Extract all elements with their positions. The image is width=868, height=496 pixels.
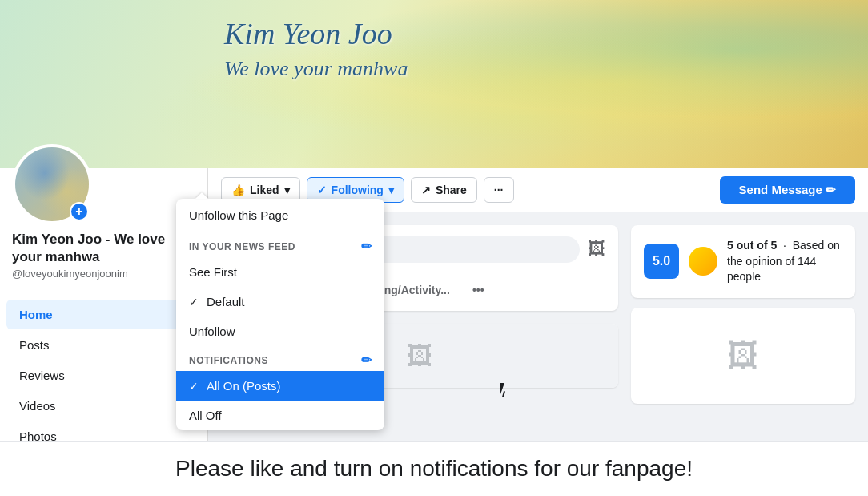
rating-avatar xyxy=(689,247,717,276)
following-icon: ✓ xyxy=(317,183,327,196)
all-on-check-icon: ✓ xyxy=(189,380,199,393)
photo-placeholder-icon: 🖼 xyxy=(727,337,759,373)
photo-video-icon[interactable]: 🖼 xyxy=(588,239,605,260)
following-chevron-icon: ▾ xyxy=(388,183,394,196)
cover-title: Kim Yeon Joo We love your manhwa xyxy=(224,16,408,81)
rating-text: 5 out of 5 · Based on the opinion of 144… xyxy=(727,238,842,285)
following-dropdown: Unfollow this Page IN YOUR NEWS FEED ✏ S… xyxy=(176,199,384,430)
share-icon: ↗ xyxy=(421,183,431,196)
like-icon: 👍 xyxy=(231,183,245,196)
cover-photo: Kim Yeon Joo We love your manhwa xyxy=(0,0,868,168)
notifications-section-label: NOTIFICATIONS ✏ xyxy=(176,346,384,371)
dropdown-menu: Unfollow this Page IN YOUR NEWS FEED ✏ S… xyxy=(176,199,384,430)
sidebar-item-reviews[interactable]: Reviews xyxy=(6,361,201,390)
unfollow-page-item[interactable]: Unfollow this Page xyxy=(176,199,384,232)
cover-artwork xyxy=(0,0,868,168)
share-button[interactable]: ↗ Share xyxy=(411,177,477,203)
sidebar-item-home[interactable]: Home xyxy=(6,300,201,329)
rating-label: 5 out of 5 xyxy=(727,239,777,252)
more-options-button[interactable]: ··· xyxy=(484,177,514,203)
bottom-banner-text: Please like and turn on notifications fo… xyxy=(175,456,693,481)
sidebar-item-posts[interactable]: Posts xyxy=(6,330,201,360)
avatar-container: + xyxy=(12,144,92,224)
default-item[interactable]: ✓ Default xyxy=(176,287,384,317)
page-handle: @loveyoukimyeonjoonim xyxy=(12,268,195,280)
all-on-posts-item[interactable]: ✓ All On (Posts) xyxy=(176,371,384,401)
page-name: Kim Yeon Joo - We love your manhwa xyxy=(12,231,195,266)
default-check-icon: ✓ xyxy=(189,296,199,308)
liked-chevron-icon: ▾ xyxy=(284,183,290,196)
rating-card: 5.0 5 out of 5 · Based on the opinion of… xyxy=(631,225,855,298)
post-photo-icon: 🖼 xyxy=(407,341,432,371)
all-off-item[interactable]: All Off xyxy=(176,401,384,430)
photo-card: 🖼 xyxy=(631,308,855,404)
send-message-button[interactable]: Send Message ✏ xyxy=(720,176,855,204)
unfollow-item[interactable]: Unfollow xyxy=(176,317,384,346)
rating-score: 5.0 xyxy=(644,244,679,279)
see-first-item[interactable]: See First xyxy=(176,257,384,287)
news-feed-section-label: IN YOUR NEWS FEED ✏ xyxy=(176,232,384,257)
add-photo-button[interactable]: + xyxy=(70,202,89,221)
photo-placeholder: 🖼 xyxy=(727,337,759,373)
more-post-options-button[interactable]: ••• xyxy=(463,279,494,301)
news-feed-edit-icon[interactable]: ✏ xyxy=(361,239,372,254)
bottom-banner: Please like and turn on notifications fo… xyxy=(0,441,868,496)
sidebar-item-videos[interactable]: Videos xyxy=(6,391,201,421)
notifications-edit-icon[interactable]: ✏ xyxy=(361,353,372,368)
